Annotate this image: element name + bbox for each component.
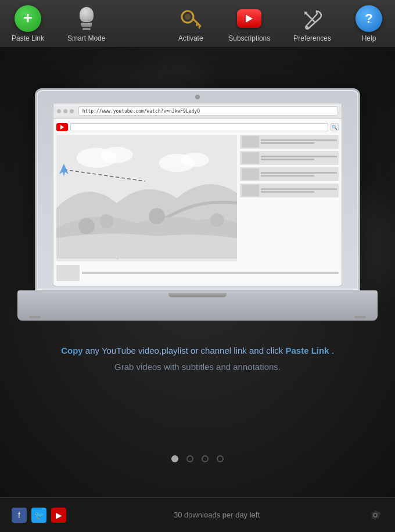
settings-gear-icon[interactable] — [367, 507, 383, 523]
description-area: Copy any YouTube video,playlist or chann… — [26, 344, 369, 374]
laptop-base — [17, 290, 378, 321]
laptop-hinge — [168, 293, 227, 297]
laptop-camera — [195, 95, 200, 99]
laptop-foot-left — [29, 316, 41, 318]
svg-point-13 — [78, 218, 95, 235]
svg-point-12 — [181, 153, 209, 167]
description-end: . — [332, 346, 334, 355]
smart-mode-button[interactable]: Smart Mode — [56, 2, 117, 46]
paste-link-highlight: Paste Link — [285, 346, 329, 355]
yt-bottom-bar — [56, 264, 339, 281]
youtube-page: 🔍 — [53, 119, 342, 284]
svg-point-5 — [306, 26, 308, 28]
facebook-icon[interactable]: f — [12, 508, 27, 523]
description-line2: Grab videos with subtitles and annotatio… — [61, 360, 334, 374]
yt-sidebar-item-3 — [240, 167, 339, 181]
pagination-dots — [171, 455, 224, 462]
pagination-dot-4[interactable] — [217, 455, 224, 462]
yt-content-area — [56, 135, 339, 261]
pagination-dot-2[interactable] — [186, 455, 193, 462]
laptop-foot-right — [354, 316, 366, 318]
laptop-feet — [29, 316, 366, 318]
yt-search-bar: 🔍 — [56, 122, 339, 132]
svg-point-1 — [185, 14, 191, 20]
help-label: Help — [362, 34, 376, 42]
toolbar: + Paste Link Smart Mode Activate — [0, 0, 395, 48]
browser-dot-2 — [63, 109, 67, 113]
twitter-icon[interactable]: 🐦 — [31, 508, 46, 523]
yt-sidebar-item-2 — [240, 151, 339, 165]
youtube-social-icon[interactable]: ▶ — [51, 508, 66, 523]
main-content: http://www.youtube.com/watch?v=nJkwF9Led… — [0, 48, 395, 497]
paste-link-label: Paste Link — [12, 34, 44, 42]
preferences-button[interactable]: Preferences — [282, 2, 343, 46]
activate-icon — [177, 5, 204, 32]
browser-url-bar: http://www.youtube.com/watch?v=nJkwF9Led… — [78, 106, 339, 116]
activate-label: Activate — [178, 34, 203, 42]
preferences-label: Preferences — [293, 34, 331, 42]
svg-line-6 — [305, 12, 314, 21]
preferences-icon — [299, 5, 326, 32]
browser-dot-1 — [57, 109, 61, 113]
help-button[interactable]: ? Help — [343, 2, 395, 46]
paste-link-icon: + — [15, 5, 41, 32]
browser-url-text: http://www.youtube.com/watch?v=nJkwF9Led… — [82, 109, 200, 114]
social-icons: f 🐦 ▶ — [12, 508, 66, 523]
description-line1: Copy any YouTube video,playlist or chann… — [61, 344, 334, 358]
svg-point-14 — [99, 214, 113, 228]
paste-link-button[interactable]: + Paste Link — [0, 2, 56, 46]
description-mid: any YouTube video,playlist or channel li… — [85, 346, 286, 355]
subscriptions-label: Subscriptions — [228, 34, 270, 42]
pagination-dot-3[interactable] — [202, 455, 209, 462]
status-bar: f 🐦 ▶ 30 downloads per day left — [0, 497, 395, 532]
laptop-illustration: http://www.youtube.com/watch?v=nJkwF9Led… — [17, 88, 378, 321]
yt-main-video — [56, 135, 237, 261]
smart-mode-label: Smart Mode — [67, 34, 105, 42]
svg-point-15 — [149, 208, 165, 224]
svg-point-16 — [210, 213, 224, 227]
pagination-dot-1[interactable] — [171, 455, 178, 462]
activate-button[interactable]: Activate — [164, 2, 217, 46]
copy-highlight: Copy — [61, 346, 83, 355]
browser-dot-3 — [70, 109, 74, 113]
browser-chrome: http://www.youtube.com/watch?v=nJkwF9Led… — [53, 103, 342, 119]
subscriptions-icon — [236, 5, 263, 32]
yt-logo-small — [56, 123, 68, 131]
yt-sidebar — [240, 135, 339, 261]
laptop-screen-inner: http://www.youtube.com/watch?v=nJkwF9Led… — [53, 103, 343, 286]
laptop-screen: http://www.youtube.com/watch?v=nJkwF9Led… — [35, 88, 360, 292]
help-icon: ? — [356, 5, 382, 32]
subscriptions-button[interactable]: Subscriptions — [217, 2, 282, 46]
yt-sidebar-item-4 — [240, 184, 339, 197]
svg-point-10 — [100, 147, 132, 163]
yt-search-btn: 🔍 — [331, 123, 339, 131]
downloads-status: 30 downloads per day left — [174, 511, 260, 519]
yt-search-input — [70, 123, 329, 131]
smart-mode-icon — [73, 5, 100, 32]
yt-sidebar-item-1 — [240, 135, 339, 149]
